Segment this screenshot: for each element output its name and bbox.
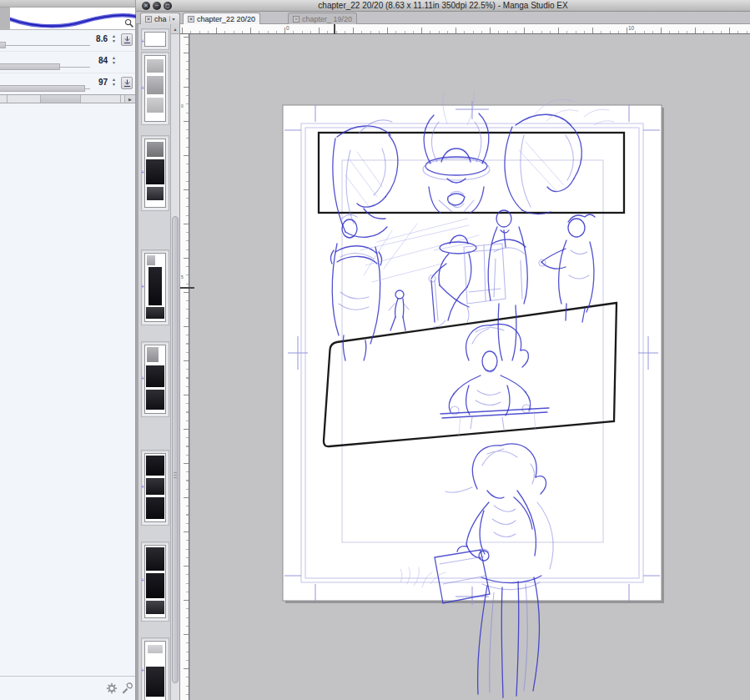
ruler-pointer-indicator: [180, 287, 194, 289]
thumbnail-page: [144, 55, 166, 122]
scrollbar-segment[interactable]: [81, 95, 121, 103]
page-thumbnail[interactable]: +: [141, 249, 169, 325]
close-icon[interactable]: ✕: [293, 16, 299, 23]
ruler-label: 0: [181, 103, 184, 108]
ruler-ticks: [184, 34, 189, 700]
horizontal-ruler: 0 10: [180, 24, 750, 34]
close-icon[interactable]: ✕: [145, 16, 152, 23]
value-spinner[interactable]: ▲ ▼: [110, 55, 118, 65]
palette-horizontal-scrollbar[interactable]: ▶: [0, 94, 135, 103]
scroll-right-arrow-icon[interactable]: ▶: [124, 95, 135, 103]
thumbnail-page: [144, 345, 166, 414]
tab-document-label: chapter_ 19/20: [302, 15, 352, 23]
tab-document-label: chapter_22 20/20: [197, 15, 255, 23]
slider-track[interactable]: [2, 45, 90, 46]
pen-pressure-button[interactable]: [121, 33, 133, 46]
page-thumbnail[interactable]: +: [141, 135, 169, 211]
scroll-up-arrow-icon[interactable]: ▲: [171, 24, 179, 34]
close-icon[interactable]: ✕: [188, 16, 194, 23]
page-thumbnail[interactable]: +: [141, 637, 169, 700]
ruler-label: 0: [286, 25, 289, 31]
page-thumbnail[interactable]: +: [141, 541, 169, 622]
thumbnail-page: [144, 453, 166, 522]
thumbnail-page: [144, 545, 166, 618]
pen-pressure-button[interactable]: [121, 77, 133, 89]
slider-value: 84: [79, 56, 108, 65]
preview-corner-swatch: [0, 8, 10, 29]
gear-icon[interactable]: [106, 682, 118, 694]
pages-scrollbar[interactable]: ▲: [170, 24, 179, 700]
page-thumbnail[interactable]: +: [141, 450, 169, 526]
palette-header[interactable]: [0, 0, 135, 8]
thumbnail-page: [144, 253, 166, 322]
page-thumbnail[interactable]: +: [141, 28, 169, 50]
brush-size-slider-row: 8.6 ▲ ▼: [0, 30, 135, 52]
ruler-pointer-indicator: [334, 24, 335, 34]
brush-opacity-slider-row: 84 ▲ ▼: [0, 52, 135, 73]
brush-settings-palette: 8.6 ▲ ▼ 84 ▲ ▼ 97 ▲ ▼: [0, 0, 136, 700]
value-spinner[interactable]: ▲ ▼: [110, 77, 118, 87]
scrollbar-segment[interactable]: [0, 95, 8, 103]
chevron-down-icon[interactable]: ▾: [169, 16, 175, 22]
palette-footer-bar: [0, 676, 135, 700]
spinner-down-icon[interactable]: ▼: [110, 60, 118, 65]
manga-page-artwork[interactable]: [190, 34, 750, 700]
tab-document-active[interactable]: ✕ chapter_22 20/20: [183, 13, 260, 24]
spinner-down-icon[interactable]: ▼: [110, 82, 118, 87]
ruler-ticks: [180, 28, 750, 33]
page-thumbnail[interactable]: +: [141, 52, 169, 125]
scrollbar-segment[interactable]: [8, 95, 41, 103]
scrollbar-thumb[interactable]: [172, 216, 179, 683]
spinner-down-icon[interactable]: ▼: [110, 38, 118, 43]
slider-fill[interactable]: [0, 42, 6, 48]
ruler-label: 5: [181, 274, 184, 279]
brush-stroke-preview: [0, 8, 135, 30]
slider-fill[interactable]: [0, 85, 85, 92]
tab-document-inactive[interactable]: ✕ chapter_ 19/20: [288, 13, 357, 24]
scrollbar-thumb[interactable]: [41, 95, 81, 103]
value-spinner[interactable]: ▲ ▼: [110, 33, 118, 43]
vertical-ruler: 0 5: [180, 34, 189, 700]
wrench-icon[interactable]: [121, 682, 133, 694]
slider-value: 97: [79, 78, 108, 87]
brush-density-slider-row: 97 ▲ ▼: [0, 73, 135, 95]
ruler-label: 10: [628, 25, 634, 31]
thumbnail-page: [144, 32, 166, 47]
document-tab-bar: ✕ cha ▾ ✕ chapter_22 20/20 ✕ chapter_ 19…: [136, 12, 750, 24]
palette-empty-body: [0, 103, 135, 676]
page-thumbnail[interactable]: +: [141, 341, 169, 417]
window-title: chapter_22 20/20 (8.63 x 11.11in 350dpi …: [136, 1, 750, 10]
brush-stroke-curve: [0, 8, 136, 30]
pages-thumbnail-panel: + + + + + + + + ▲: [138, 24, 180, 700]
slider-value: 8.6: [79, 34, 108, 43]
thumbnail-page: [144, 641, 166, 700]
window-title-bar[interactable]: ✕ − ◻ chapter_22 20/20 (8.63 x 11.11in 3…: [136, 0, 750, 12]
canvas-area[interactable]: [190, 34, 750, 700]
tab-pages-palette[interactable]: ✕ cha ▾: [140, 13, 180, 24]
tab-pages-label: cha: [154, 15, 167, 23]
magnifier-icon[interactable]: [124, 18, 134, 28]
slider-fill[interactable]: [0, 63, 60, 70]
thumbnail-page: [144, 138, 166, 208]
